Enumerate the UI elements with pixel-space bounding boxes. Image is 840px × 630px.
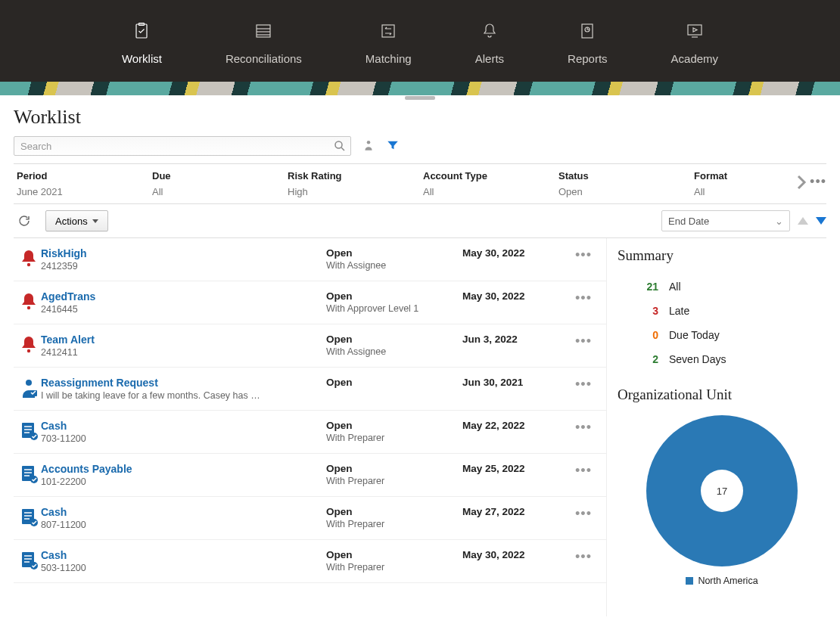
row-status-sub: With Approver Level 1: [326, 303, 462, 314]
bell-icon: [17, 290, 41, 312]
row-title-link[interactable]: Cash: [41, 420, 326, 432]
list-row[interactable]: Accounts Payable101-22200OpenWith Prepar…: [14, 454, 606, 497]
row-title-link[interactable]: Cash: [41, 506, 326, 518]
summary-item[interactable]: 21All: [618, 275, 826, 299]
nav-label: Reports: [568, 52, 608, 65]
row-title-link[interactable]: Team Alert: [41, 334, 326, 346]
summary-count: 2: [640, 353, 658, 365]
nav-reports[interactable]: Reports: [558, 11, 617, 71]
nav-label: Worklist: [122, 52, 162, 65]
row-status-value: Open: [326, 247, 462, 259]
row-status-value: Open: [326, 377, 462, 388]
nav-matching[interactable]: Matching: [356, 11, 421, 71]
swap-icon: [375, 17, 402, 45]
sort-descending-button[interactable]: [816, 217, 826, 225]
summary-label: Due Today: [669, 329, 720, 341]
list-row[interactable]: Cash503-11200OpenWith PreparerMay 30, 20…: [14, 540, 606, 583]
svg-rect-7: [582, 24, 593, 38]
list-row[interactable]: Cash807-11200OpenWith PreparerMay 27, 20…: [14, 497, 606, 540]
report-icon: [574, 17, 601, 45]
filter-more-icon[interactable]: •••: [810, 174, 826, 190]
row-title-link[interactable]: Cash: [41, 549, 326, 561]
summary-item[interactable]: 2Seven Days: [618, 347, 826, 371]
list-row[interactable]: Cash703-11200OpenWith PreparerMay 22, 20…: [14, 411, 606, 454]
nav-worklist[interactable]: Worklist: [113, 11, 171, 71]
list-row[interactable]: AgedTrans2416445OpenWith Approver Level …: [14, 281, 606, 324]
summary-item[interactable]: 0Due Today: [618, 323, 826, 347]
doc-icon: [17, 463, 41, 484]
row-status: OpenWith Approver Level 1: [326, 290, 462, 314]
nav-academy[interactable]: Academy: [662, 11, 728, 71]
filter-header: Risk Rating: [288, 170, 417, 182]
filter-cell[interactable]: DueAll: [149, 170, 285, 197]
row-actions-menu[interactable]: •••: [568, 420, 599, 436]
row-main: Cash807-11200: [41, 506, 326, 530]
caret-down-icon: [92, 219, 98, 223]
row-status: OpenWith Assignee: [326, 334, 462, 357]
filter-cell[interactable]: Account TypeAll: [420, 170, 555, 197]
filter-next-arrow[interactable]: [796, 174, 807, 193]
assignee-filter-icon[interactable]: [362, 138, 375, 154]
chart-legend-item[interactable]: North America: [686, 576, 758, 586]
row-title-link[interactable]: RiskHigh: [41, 247, 326, 259]
row-status-value: Open: [326, 506, 462, 517]
row-date: Jun 3, 2022: [462, 334, 568, 345]
row-subtitle: 503-11200: [41, 563, 283, 573]
row-date: Jun 30, 2021: [462, 377, 568, 388]
row-status-value: Open: [326, 334, 462, 345]
filter-value: June 2021: [17, 186, 146, 197]
row-main: Cash703-11200: [41, 420, 326, 444]
row-main: Reassignment RequestI will be taking lea…: [41, 377, 326, 401]
row-actions-menu[interactable]: •••: [568, 506, 599, 522]
row-title-link[interactable]: AgedTrans: [41, 290, 326, 303]
worklist-list[interactable]: RiskHigh2412359OpenWith AssigneeMay 30, …: [14, 238, 607, 616]
svg-point-23: [30, 433, 38, 440]
row-date: May 22, 2022: [462, 420, 568, 431]
search-icon[interactable]: [333, 139, 347, 155]
list-row[interactable]: Reassignment RequestI will be taking lea…: [14, 368, 606, 411]
filter-cell[interactable]: Risk RatingHigh: [285, 170, 420, 197]
row-subtitle: 807-11200: [41, 520, 283, 530]
row-actions-menu[interactable]: •••: [568, 377, 599, 393]
sort-field-select[interactable]: End Date ⌄: [661, 210, 790, 231]
summary-count: 3: [640, 305, 658, 317]
svg-rect-6: [382, 25, 394, 37]
filter-header: Status: [558, 170, 688, 182]
summary-item[interactable]: 3Late: [618, 299, 826, 323]
refresh-button[interactable]: [14, 210, 35, 231]
filter-value: Open: [558, 186, 688, 197]
sort-ascending-button[interactable]: [798, 217, 808, 225]
row-status-sub: With Assignee: [326, 346, 462, 357]
nav-alerts[interactable]: Alerts: [466, 11, 513, 71]
search-box: [14, 136, 351, 156]
row-subtitle: I will be taking leave for a few months.…: [41, 390, 283, 401]
filter-value: All: [423, 186, 552, 197]
row-actions-menu[interactable]: •••: [568, 463, 599, 479]
doc-icon: [17, 420, 41, 441]
row-title-link[interactable]: Accounts Payable: [41, 463, 326, 475]
row-actions-menu[interactable]: •••: [568, 334, 599, 349]
search-input[interactable]: [14, 136, 351, 156]
row-actions-menu[interactable]: •••: [568, 247, 599, 263]
row-actions-menu[interactable]: •••: [568, 549, 599, 565]
list-row[interactable]: RiskHigh2412359OpenWith AssigneeMay 30, …: [14, 238, 606, 281]
summary-label: Late: [669, 305, 689, 317]
row-status-value: Open: [326, 549, 462, 560]
row-status-value: Open: [326, 420, 462, 431]
org-unit-donut-chart[interactable]: 17: [646, 415, 798, 566]
nav-label: Reconciliations: [226, 52, 302, 65]
filter-cell[interactable]: StatusOpen: [555, 170, 691, 197]
row-main: Cash503-11200: [41, 549, 326, 573]
row-title-link[interactable]: Reassignment Request: [41, 377, 326, 389]
svg-rect-9: [688, 25, 702, 35]
row-actions-menu[interactable]: •••: [568, 290, 599, 306]
list-row[interactable]: Team Alert2412411OpenWith AssigneeJun 3,…: [14, 324, 606, 368]
actions-dropdown[interactable]: Actions: [45, 210, 108, 231]
person-icon: [17, 377, 41, 398]
collapse-handle[interactable]: [405, 96, 435, 100]
row-status: OpenWith Preparer: [326, 549, 462, 573]
filter-icon[interactable]: [386, 138, 400, 154]
filter-cell[interactable]: PeriodJune 2021: [14, 170, 149, 197]
nav-reconciliations[interactable]: Reconciliations: [216, 11, 311, 71]
nav-label: Alerts: [475, 52, 504, 65]
